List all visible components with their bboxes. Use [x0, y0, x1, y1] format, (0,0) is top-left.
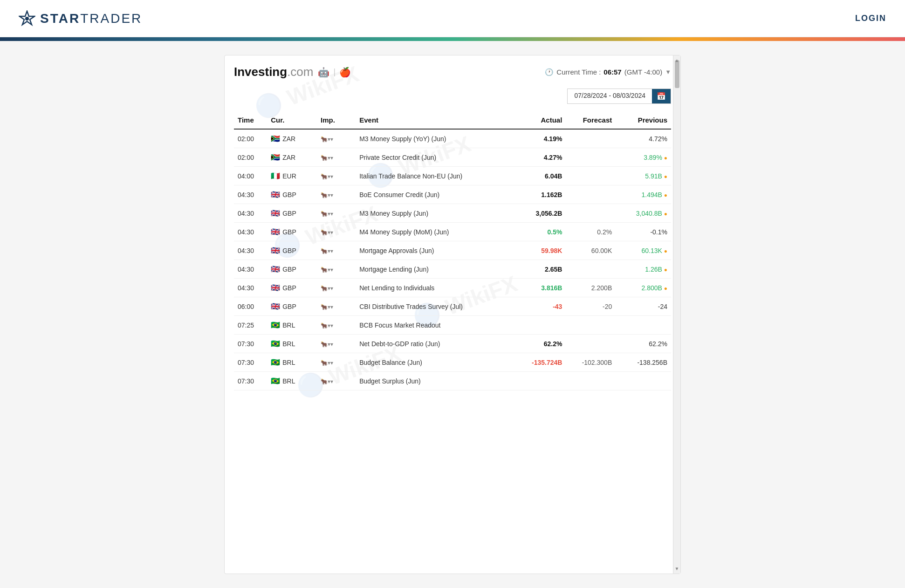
previous-value: -138.256B — [637, 359, 667, 366]
currency-code: BRL — [282, 321, 295, 329]
calendar-icon[interactable]: 📅 — [652, 89, 671, 103]
table-row: 04:30 🇬🇧 GBP 🐂▾▾Net Lending to Individua… — [234, 279, 671, 297]
cell-actual: 59.98K — [511, 241, 566, 260]
currency-code: ZAR — [282, 154, 295, 161]
cell-previous: -0.1% — [616, 223, 671, 241]
site-logo: STARTRADER — [19, 10, 142, 27]
cell-time: 04:30 — [234, 204, 267, 223]
cell-previous: 5.91B ● — [616, 167, 671, 185]
scrollbar-thumb[interactable] — [675, 60, 679, 88]
cell-event: BoE Consumer Credit (Jun) — [356, 185, 510, 204]
cell-importance: 🐂▾▾ — [317, 279, 356, 297]
cell-previous — [616, 316, 671, 335]
currency-code: GBP — [282, 247, 296, 254]
cell-event: BCB Focus Market Readout — [356, 316, 510, 335]
date-range-picker[interactable]: 07/28/2024 - 08/03/2024 📅 — [567, 89, 671, 104]
table-header-row: Time Cur. Imp. Event Actual Forecast Pre… — [234, 111, 671, 129]
cell-actual: 2.65B — [511, 260, 566, 279]
cell-previous: 2.800B ● — [616, 279, 671, 297]
cell-time: 04:30 — [234, 241, 267, 260]
cell-actual — [511, 372, 566, 390]
apple-icon: 🍎 — [339, 67, 351, 78]
dot-indicator: ● — [664, 155, 667, 161]
cell-forecast — [566, 129, 616, 148]
table-row: 04:30 🇬🇧 GBP 🐂▾▾Mortgage Lending (Jun)2.… — [234, 260, 671, 279]
scroll-down-arrow[interactable]: ▼ — [675, 566, 679, 571]
table-row: 04:30 🇬🇧 GBP 🐂▾▾M4 Money Supply (MoM) (J… — [234, 223, 671, 241]
cell-importance: 🐂▾▾ — [317, 335, 356, 353]
currency-code: EUR — [282, 172, 296, 180]
importance-icon: 🐂▾▾ — [321, 229, 333, 236]
flag-icon: 🇬🇧 — [271, 302, 280, 311]
currency-code: BRL — [282, 340, 295, 348]
cell-actual: 6.04B — [511, 167, 566, 185]
cell-forecast: 60.00K — [566, 241, 616, 260]
cell-actual: 3,056.2B — [511, 204, 566, 223]
cell-importance: 🐂▾▾ — [317, 316, 356, 335]
cell-actual: 62.2% — [511, 335, 566, 353]
table-row: 04:00 🇮🇹 EUR 🐂▾▾Italian Trade Balance No… — [234, 167, 671, 185]
svg-point-1 — [25, 17, 29, 21]
importance-icon: 🐂▾▾ — [321, 322, 333, 329]
previous-value: 1.26B — [645, 266, 662, 273]
cell-importance: 🐂▾▾ — [317, 167, 356, 185]
col-header-previous: Previous — [616, 111, 671, 129]
cell-time: 07:30 — [234, 372, 267, 390]
previous-value: 5.91B — [645, 172, 662, 180]
table-row: 04:30 🇬🇧 GBP 🐂▾▾Mortgage Approvals (Jun)… — [234, 241, 671, 260]
dot-indicator: ● — [664, 211, 667, 217]
investing-header: Investing.com 🤖 | 🍎 🕐 Current Time : 06:… — [234, 65, 671, 79]
cell-previous — [616, 372, 671, 390]
chevron-down-icon[interactable]: ▼ — [665, 68, 671, 75]
cell-previous: 1.494B ● — [616, 185, 671, 204]
cell-currency: 🇬🇧 GBP — [267, 260, 317, 279]
cell-previous: 4.72% — [616, 129, 671, 148]
cell-time: 07:25 — [234, 316, 267, 335]
importance-icon: 🐂▾▾ — [321, 360, 333, 366]
dot-indicator: ● — [664, 267, 667, 273]
flag-icon: 🇧🇷 — [271, 358, 280, 367]
importance-icon: 🐂▾▾ — [321, 304, 333, 310]
current-time-value: 06:57 — [603, 68, 621, 76]
cell-forecast — [566, 148, 616, 167]
cell-currency: 🇬🇧 GBP — [267, 279, 317, 297]
cell-importance: 🐂▾▾ — [317, 297, 356, 316]
table-row: 07:30 🇧🇷 BRL 🐂▾▾Budget Surplus (Jun) — [234, 372, 671, 390]
flag-icon: 🇿🇦 — [271, 153, 280, 162]
date-range-value: 07/28/2024 - 08/03/2024 — [568, 89, 652, 103]
current-time-label: Current Time : — [556, 68, 601, 76]
table-row: 07:25 🇧🇷 BRL 🐂▾▾BCB Focus Market Readout — [234, 316, 671, 335]
flag-icon: 🇿🇦 — [271, 134, 280, 143]
cell-currency: 🇿🇦 ZAR — [267, 129, 317, 148]
cell-event: Budget Surplus (Jun) — [356, 372, 510, 390]
cell-event: Mortgage Lending (Jun) — [356, 260, 510, 279]
cell-previous: 3.89% ● — [616, 148, 671, 167]
cell-importance: 🐂▾▾ — [317, 372, 356, 390]
cell-previous: 3,040.8B ● — [616, 204, 671, 223]
flag-icon: 🇬🇧 — [271, 246, 280, 255]
cell-currency: 🇬🇧 GBP — [267, 297, 317, 316]
login-button[interactable]: LOGIN — [855, 14, 886, 23]
star-icon — [19, 10, 35, 27]
widget-container: 🔵 WikiFX 🔵 WikiFX 🔵 WikiFX 🔵 WikiFX 🔵 Wi… — [224, 55, 681, 574]
cell-importance: 🐂▾▾ — [317, 241, 356, 260]
flag-icon: 🇧🇷 — [271, 339, 280, 348]
cell-time: 07:30 — [234, 335, 267, 353]
cell-event: M4 Money Supply (MoM) (Jun) — [356, 223, 510, 241]
scroll-up-arrow[interactable]: ▲ — [675, 58, 679, 63]
cell-currency: 🇬🇧 GBP — [267, 204, 317, 223]
flag-icon: 🇮🇹 — [271, 171, 280, 180]
scrollbar-track[interactable]: ▲ ▼ — [673, 55, 680, 574]
importance-icon: 🐂▾▾ — [321, 248, 333, 254]
cell-actual: 1.162B — [511, 185, 566, 204]
cell-time: 04:30 — [234, 223, 267, 241]
flag-icon: 🇬🇧 — [271, 265, 280, 273]
cell-event: Mortgage Approvals (Jun) — [356, 241, 510, 260]
previous-value: 4.72% — [649, 135, 667, 143]
cell-time: 04:30 — [234, 185, 267, 204]
cell-previous: -138.256B — [616, 353, 671, 372]
previous-value: 60.13K — [641, 247, 662, 254]
cell-currency: 🇧🇷 BRL — [267, 372, 317, 390]
table-row: 04:30 🇬🇧 GBP 🐂▾▾BoE Consumer Credit (Jun… — [234, 185, 671, 204]
timezone-label: (GMT -4:00) — [624, 68, 662, 76]
